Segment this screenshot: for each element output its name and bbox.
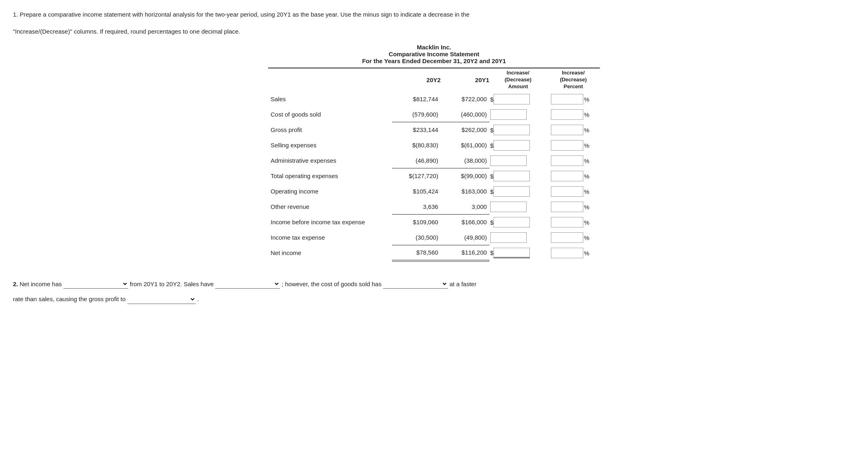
percent-suffix: % [584,111,589,118]
row-20y2-value: (46,890) [392,153,440,168]
amount-input[interactable] [490,232,527,243]
table-header-row: 20Y2 20Y1 Increase/ (Decrease) Amount In… [268,68,600,91]
row-amount-cell[interactable]: $ [489,245,547,261]
section2-line1: 2. Net income has increased decreased fr… [13,278,855,291]
row-percent-cell[interactable]: % [547,230,600,245]
row-amount-cell[interactable] [489,153,547,168]
row-20y2-value: (579,600) [392,107,440,122]
row-amount-cell[interactable]: $ [489,215,547,230]
percent-input[interactable] [551,125,583,135]
percent-input[interactable] [551,94,583,104]
row-20y1-value: (460,000) [440,107,489,122]
row-20y1-value: $(61,000) [440,138,489,153]
amount-input[interactable] [493,248,530,258]
percent-suffix: % [584,173,589,180]
row-20y1-value: (38,000) [440,153,489,168]
table-row: Income before income tax expense$109,060… [268,215,600,230]
percent-suffix: % [584,96,589,103]
table-row: Total operating expenses$(127,720)$(99,0… [268,168,600,184]
dollar-prefix: $ [490,127,493,134]
percent-suffix: % [584,188,589,195]
percent-suffix: % [584,157,589,164]
row-percent-cell[interactable]: % [547,215,600,230]
row-label: Other revenue [268,199,392,215]
row-amount-cell[interactable]: $ [489,184,547,199]
dollar-prefix: $ [490,249,493,256]
row-20y1-value: $163,000 [440,184,489,199]
amount-input[interactable] [493,140,530,151]
percent-suffix: % [584,204,589,210]
row-20y2-value: $812,744 [392,91,440,107]
amount-input[interactable] [493,125,530,135]
instruction-text-1: 1. Prepare a comparative income statemen… [13,10,822,19]
row-percent-cell[interactable]: % [547,153,600,168]
dollar-prefix: $ [490,142,493,149]
row-20y1-value: $262,000 [440,122,489,138]
percent-input[interactable] [551,155,583,166]
percent-suffix: % [584,250,589,257]
section2-text6: . [197,293,199,306]
gross-profit-change-dropdown[interactable]: increased decreased remained the same [127,294,196,304]
amount-input[interactable] [493,171,530,181]
percent-input[interactable] [551,232,583,243]
table-row: Sales$812,744$722,000$% [268,91,600,107]
row-amount-cell[interactable]: $ [489,91,547,107]
amount-input[interactable] [493,217,530,227]
row-amount-cell[interactable]: $ [489,168,547,184]
table-row: Gross profit$233,144$262,000$% [268,122,600,138]
row-percent-cell[interactable]: % [547,122,600,138]
company-header: Macklin Inc. Comparative Income Statemen… [13,44,855,64]
row-20y2-value: $(80,830) [392,138,440,153]
row-20y2-value: $78,560 [392,245,440,261]
amount-input[interactable] [493,94,530,104]
row-label: Cost of goods sold [268,107,392,122]
percent-input[interactable] [551,248,583,258]
row-amount-cell[interactable]: $ [489,122,547,138]
percent-input[interactable] [551,109,583,120]
table-row: Net income$78,560$116,200$% [268,245,600,261]
row-percent-cell[interactable]: % [547,184,600,199]
percent-input[interactable] [551,217,583,227]
th-amount-line3: Amount [508,83,528,89]
percent-input[interactable] [551,171,583,181]
percent-input[interactable] [551,186,583,197]
table-row: Other revenue3,6363,000% [268,199,600,215]
th-percent-line2: (Decrease) [560,77,587,83]
amount-input[interactable] [490,109,527,120]
net-income-change-dropdown[interactable]: increased decreased [64,279,128,289]
amount-input[interactable] [490,202,527,212]
row-percent-cell[interactable]: % [547,168,600,184]
percent-input[interactable] [551,140,583,151]
sales-change-dropdown[interactable]: increased decreased [215,279,280,289]
row-label: Administrative expenses [268,153,392,168]
amount-input[interactable] [490,155,527,166]
dollar-prefix: $ [490,173,493,180]
row-label: Total operating expenses [268,168,392,184]
row-label: Selling expenses [268,138,392,153]
row-percent-cell[interactable]: % [547,91,600,107]
row-20y2-value: $(127,720) [392,168,440,184]
row-label: Income tax expense [268,230,392,245]
row-amount-cell[interactable] [489,107,547,122]
th-amount: Increase/ (Decrease) Amount [489,68,547,91]
row-percent-cell[interactable]: % [547,107,600,122]
th-label [268,68,392,91]
section2-label: 2. [13,278,18,291]
percent-input[interactable] [551,202,583,212]
cogs-change-dropdown[interactable]: increased decreased [383,279,448,289]
row-label: Income before income tax expense [268,215,392,230]
row-percent-cell[interactable]: % [547,138,600,153]
row-amount-cell[interactable] [489,199,547,215]
row-percent-cell[interactable]: % [547,245,600,261]
instructions: 1. Prepare a comparative income statemen… [13,10,855,36]
row-label: Operating income [268,184,392,199]
row-label: Sales [268,91,392,107]
section2-text5: rate than sales, causing the gross profi… [13,293,126,306]
row-amount-cell[interactable] [489,230,547,245]
amount-input[interactable] [493,186,530,197]
row-amount-cell[interactable]: $ [489,138,547,153]
table-row: Income tax expense(30,500)(49,800)% [268,230,600,245]
table-row: Administrative expenses(46,890)(38,000)% [268,153,600,168]
row-percent-cell[interactable]: % [547,199,600,215]
percent-suffix: % [584,219,589,226]
